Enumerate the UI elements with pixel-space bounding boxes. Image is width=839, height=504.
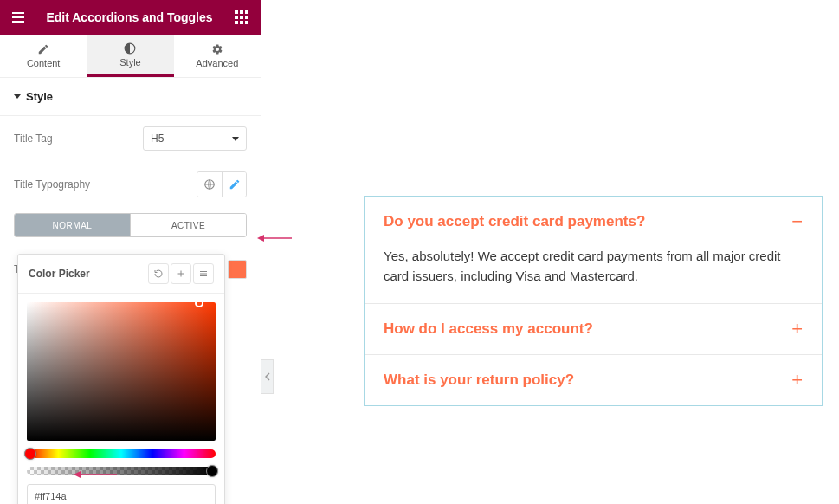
accordion-title: What is your return policy?: [384, 372, 574, 389]
color-picker-title: Color Picker: [29, 268, 90, 280]
plus-icon: +: [791, 320, 803, 339]
color-picker-body: [18, 294, 224, 504]
accordion-body: Yes, absolutely! We accept credit card p…: [365, 247, 822, 303]
panel-collapse-handle[interactable]: [261, 359, 274, 394]
globe-button[interactable]: [197, 172, 222, 197]
label-title-tag: Title Tag: [14, 132, 53, 145]
pencil-icon: [37, 43, 49, 55]
tab-advanced[interactable]: Advanced: [174, 35, 261, 77]
tab-content[interactable]: Content: [0, 35, 87, 77]
color-picker-header: Color Picker: [18, 255, 224, 294]
menu-icon[interactable]: [9, 9, 28, 26]
accordion-title: How do I access my account?: [384, 320, 593, 338]
accordion-header[interactable]: What is your return policy? +: [365, 355, 822, 405]
sv-handle[interactable]: [195, 299, 203, 307]
accordion-item: Do you accept credit card payments? − Ye…: [365, 197, 822, 304]
tab-style[interactable]: Style: [87, 35, 173, 77]
color-swatch[interactable]: [228, 260, 247, 279]
alpha-slider[interactable]: [27, 467, 216, 475]
undo-icon: [153, 268, 164, 279]
gear-icon: [211, 43, 223, 55]
state-tabs: NORMAL ACTIVE: [14, 213, 247, 237]
apps-icon[interactable]: [231, 7, 252, 28]
select-title-tag[interactable]: H5: [143, 126, 247, 151]
stack-icon: [198, 268, 209, 279]
seg-active[interactable]: ACTIVE: [130, 214, 246, 236]
caret-down-icon: [14, 94, 21, 99]
hue-handle[interactable]: [24, 448, 36, 460]
accordion-title: Do you accept credit card payments?: [384, 213, 645, 230]
accordion-item: How do I access my account? +: [365, 304, 822, 355]
plus-icon: [176, 268, 186, 279]
panel-header: Edit Accordions and Toggles: [0, 0, 261, 35]
pencil-icon: [229, 178, 241, 191]
accordion-item: What is your return policy? +: [365, 355, 822, 405]
clear-button[interactable]: [193, 263, 214, 284]
row-title-tag: Title Tag H5: [14, 116, 247, 161]
reset-button[interactable]: [148, 263, 169, 284]
accordion-header[interactable]: Do you accept credit card payments? −: [365, 197, 822, 247]
seg-normal[interactable]: NORMAL: [15, 214, 130, 236]
saturation-value-area[interactable]: [27, 302, 216, 441]
accordion-header[interactable]: How do I access my account? +: [365, 304, 822, 354]
section-title: Style: [26, 90, 53, 103]
accordion-preview: Do you accept credit card payments? − Ye…: [364, 196, 823, 406]
edit-typography-button[interactable]: [222, 172, 246, 197]
editor-panel: Edit Accordions and Toggles Content Styl…: [0, 0, 261, 504]
minus-icon: −: [791, 212, 803, 231]
annotation-arrow-1: [257, 232, 292, 244]
color-picker-tools: [148, 263, 214, 284]
globe-icon: [203, 178, 216, 191]
hex-input[interactable]: [27, 484, 216, 504]
color-picker-popover: Color Picker: [17, 254, 225, 504]
add-button[interactable]: [171, 263, 191, 284]
plus-icon: +: [791, 371, 803, 390]
tab-label: Style: [119, 57, 140, 68]
alpha-handle[interactable]: [206, 465, 218, 477]
hue-slider[interactable]: [27, 449, 216, 458]
tab-label: Advanced: [196, 58, 238, 68]
contrast-icon: [124, 42, 136, 55]
section-toggle-style[interactable]: Style: [0, 78, 261, 116]
typography-controls: [197, 171, 247, 197]
chevron-left-icon: [265, 372, 270, 381]
panel-tabs: Content Style Advanced: [0, 35, 261, 78]
tab-label: Content: [27, 58, 61, 68]
chevron-down-icon: [232, 137, 239, 141]
label-title-typography: Title Typography: [14, 178, 90, 191]
select-value: H5: [151, 132, 164, 145]
panel-title: Edit Accordions and Toggles: [28, 10, 231, 24]
row-title-typography: Title Typography: [14, 161, 247, 208]
